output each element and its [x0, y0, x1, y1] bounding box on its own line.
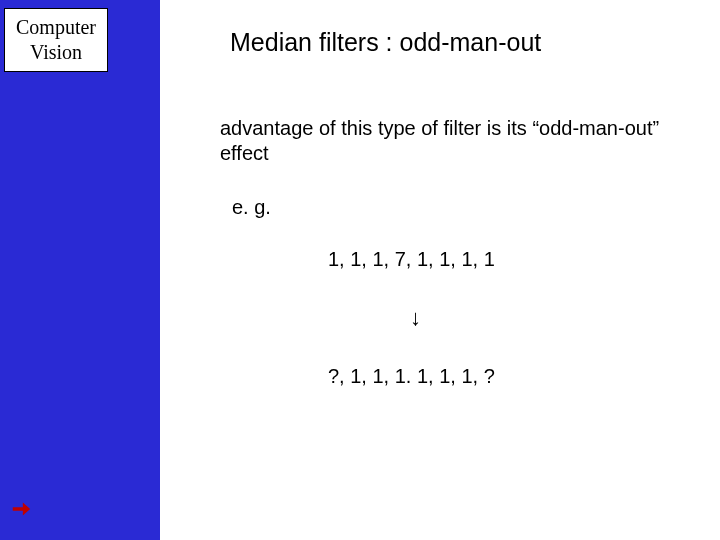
sidebar-title: Computer Vision: [4, 8, 108, 72]
slide-title: Median filters : odd-man-out: [230, 28, 541, 57]
sidebar-title-line2: Vision: [9, 40, 103, 65]
sequence-before: 1, 1, 1, 7, 1, 1, 1, 1: [328, 248, 495, 271]
arrow-right-icon: [10, 498, 32, 520]
sequence-after: ?, 1, 1, 1. 1, 1, 1, ?: [328, 365, 495, 388]
content-area: Median filters : odd-man-out advantage o…: [160, 0, 720, 540]
example-label: e. g.: [232, 196, 271, 219]
body-text: advantage of this type of filter is its …: [220, 116, 660, 166]
sidebar: Computer Vision: [0, 0, 160, 540]
down-arrow-icon: ↓: [410, 305, 421, 331]
sidebar-title-line1: Computer: [9, 15, 103, 40]
